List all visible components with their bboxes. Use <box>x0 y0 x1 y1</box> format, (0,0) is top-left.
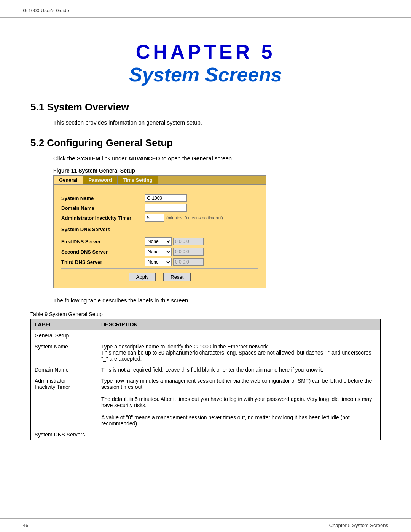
data-table: LABEL DESCRIPTION General Setup System N… <box>30 319 381 440</box>
ui-tabs: General Password Time Setting <box>54 176 266 185</box>
second-dns-label: Second DNS Server <box>61 249 145 255</box>
col-description: DESCRIPTION <box>97 319 381 330</box>
second-dns-row: Second DNS Server None <box>61 248 258 256</box>
divider-top <box>61 192 258 192</box>
divider-2 <box>61 224 258 224</box>
table-row: AdministratorInactivity Timer Type how m… <box>31 375 381 429</box>
footer-chapter-ref: Chapter 5 System Screens <box>329 522 388 528</box>
first-dns-row: First DNS Server None <box>61 237 258 246</box>
system-name-label: System Name <box>61 195 145 201</box>
tab-time-setting[interactable]: Time Setting <box>118 176 158 184</box>
inactivity-timer-hint: (minutes, 0 means no timeout) <box>166 216 223 220</box>
main-content: CHAPTER 5 System Screens 5.1 System Over… <box>0 18 411 471</box>
table-row: General Setup <box>31 330 381 341</box>
section-1-intro: This section provides information on gen… <box>53 119 381 126</box>
inactivity-timer-table-desc: Type how many minutes a management sessi… <box>97 375 381 429</box>
domain-name-label: Domain Name <box>61 205 145 211</box>
inactivity-timer-input[interactable] <box>145 214 164 222</box>
first-dns-select[interactable]: None <box>145 237 172 246</box>
reset-button[interactable]: Reset <box>163 273 191 281</box>
domain-name-table-label: Domain Name <box>31 364 97 375</box>
general-setup-section: General Setup <box>31 330 381 341</box>
section-2-heading: 5.2 Configuring General Setup <box>30 137 381 149</box>
second-dns-input[interactable] <box>173 248 204 256</box>
divider-3 <box>61 235 258 235</box>
ui-screenshot: General Password Time Setting System Nam… <box>53 175 266 288</box>
inactivity-timer-table-label: AdministratorInactivity Timer <box>31 375 97 429</box>
table-row: System DNS Servers <box>31 429 381 440</box>
tab-general[interactable]: General <box>54 176 83 184</box>
table-row: Domain Name This is not a required field… <box>31 364 381 375</box>
system-link-text: SYSTEM <box>77 155 100 161</box>
dns-section-title: System DNS Servers <box>61 227 258 232</box>
tab-password[interactable]: Password <box>83 176 117 184</box>
page-footer: 46 Chapter 5 System Screens <box>0 518 411 532</box>
page-header: G-1000 User's Guide <box>0 0 411 18</box>
domain-name-row: Domain Name <box>61 204 258 212</box>
inactivity-timer-label: Administrator Inactivity Timer <box>61 215 145 221</box>
section-2-intro: Click the SYSTEM link under ADVANCED to … <box>53 155 381 161</box>
footer-page-number: 46 <box>23 522 28 528</box>
desc-para: The following table describes the labels… <box>53 297 381 304</box>
third-dns-input[interactable] <box>173 258 204 266</box>
ui-buttons: Apply Reset <box>61 273 258 284</box>
chapter-label: CHAPTER 5 <box>30 40 381 63</box>
general-link-text: General <box>192 155 213 161</box>
advanced-link-text: ADVANCED <box>128 155 160 161</box>
domain-name-input[interactable] <box>145 204 187 212</box>
apply-button[interactable]: Apply <box>129 273 156 281</box>
domain-name-table-desc: This is not a required field. Leave this… <box>97 364 381 375</box>
system-name-row: System Name <box>61 194 258 202</box>
dns-servers-table-desc <box>97 429 381 440</box>
third-dns-label: Third DNS Server <box>61 259 145 265</box>
system-name-input[interactable] <box>145 194 187 202</box>
table-caption: Table 9 System General Setup <box>30 311 381 317</box>
first-dns-label: First DNS Server <box>61 239 145 244</box>
third-dns-row: Third DNS Server None <box>61 258 258 266</box>
third-dns-select[interactable]: None <box>145 258 172 266</box>
second-dns-select[interactable]: None <box>145 248 172 256</box>
table-row: System Name Type a descriptive name to i… <box>31 341 381 364</box>
dns-servers-table-label: System DNS Servers <box>31 429 97 440</box>
section-1-heading: 5.1 System Overview <box>30 101 381 113</box>
inactivity-timer-row: Administrator Inactivity Timer (minutes,… <box>61 214 258 222</box>
chapter-title: System Screens <box>30 63 381 86</box>
header-text: G-1000 User's Guide <box>23 8 69 13</box>
col-label: LABEL <box>31 319 97 330</box>
ui-body: System Name Domain Name Administrator In… <box>54 185 266 288</box>
first-dns-input[interactable] <box>173 238 204 245</box>
system-name-table-label: System Name <box>31 341 97 364</box>
divider-4 <box>61 268 258 269</box>
system-name-table-desc: Type a descriptive name to identify the … <box>97 341 381 364</box>
figure-label: Figure 11 System General Setup <box>53 168 381 174</box>
table-header-row: LABEL DESCRIPTION <box>31 319 381 330</box>
